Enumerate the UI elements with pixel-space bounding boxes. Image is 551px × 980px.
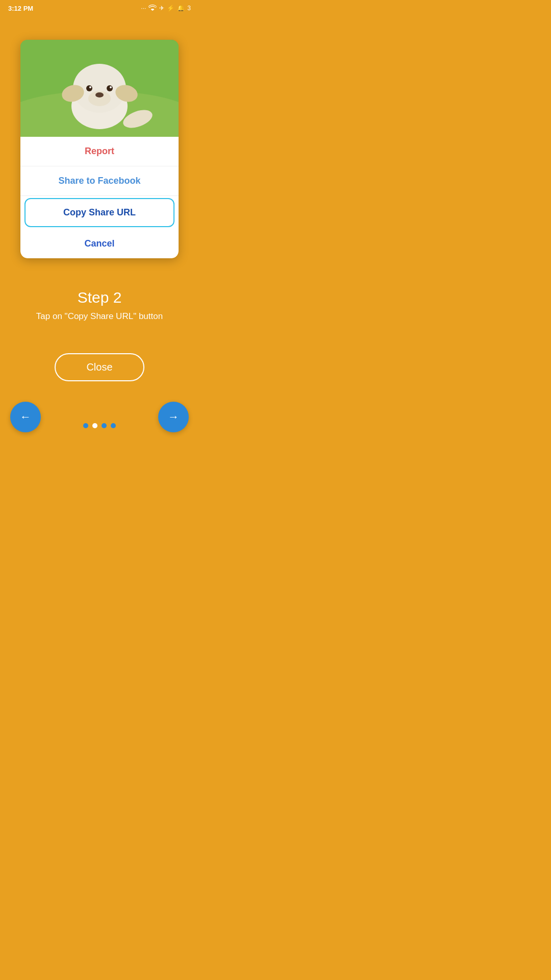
back-button[interactable]: ← (10, 402, 41, 432)
airplane-icon: ✈ (159, 5, 164, 12)
status-bar: 3:12 PM ··· ✈ ⚡ 🔔 3 (0, 0, 199, 14)
step-description: Tap on "Copy Share URL" button (36, 310, 163, 323)
wifi-icon (148, 5, 157, 12)
battery-icon: ⚡ (167, 5, 174, 12)
main-content: Report Share to Facebook Copy Share URL … (0, 14, 199, 391)
status-icons: ··· ✈ ⚡ 🔔 3 (141, 5, 191, 12)
share-facebook-button[interactable]: Share to Facebook (20, 166, 179, 196)
svg-point-8 (86, 85, 92, 91)
notification-icon: 🔔 (177, 5, 185, 12)
copy-share-url-button[interactable]: Copy Share URL (24, 198, 174, 227)
dot-1 (83, 423, 88, 428)
puppy-illustration (20, 40, 179, 137)
svg-point-7 (95, 92, 104, 97)
menu-panel: Report Share to Facebook Copy Share URL … (20, 137, 179, 258)
svg-point-10 (89, 86, 91, 88)
cancel-button[interactable]: Cancel (20, 229, 179, 258)
notification-count: 3 (187, 5, 191, 12)
back-arrow-icon: ← (20, 410, 31, 424)
forward-button[interactable]: → (158, 402, 189, 432)
dot-4 (111, 423, 116, 428)
report-button[interactable]: Report (20, 137, 179, 166)
puppy-image (20, 40, 179, 137)
close-button[interactable]: Close (55, 353, 144, 381)
ellipsis-icon: ··· (141, 5, 146, 12)
bottom-nav: ← → (0, 391, 199, 448)
step-section: Step 2 Tap on "Copy Share URL" button (26, 289, 173, 323)
svg-point-9 (107, 85, 113, 91)
card-container: Report Share to Facebook Copy Share URL … (20, 40, 179, 258)
svg-point-11 (110, 86, 112, 88)
dot-3 (102, 423, 107, 428)
dot-2 (92, 423, 97, 428)
dots-indicator (83, 423, 116, 428)
status-time: 3:12 PM (8, 5, 33, 12)
step-title: Step 2 (36, 289, 163, 306)
forward-arrow-icon: → (168, 410, 179, 424)
